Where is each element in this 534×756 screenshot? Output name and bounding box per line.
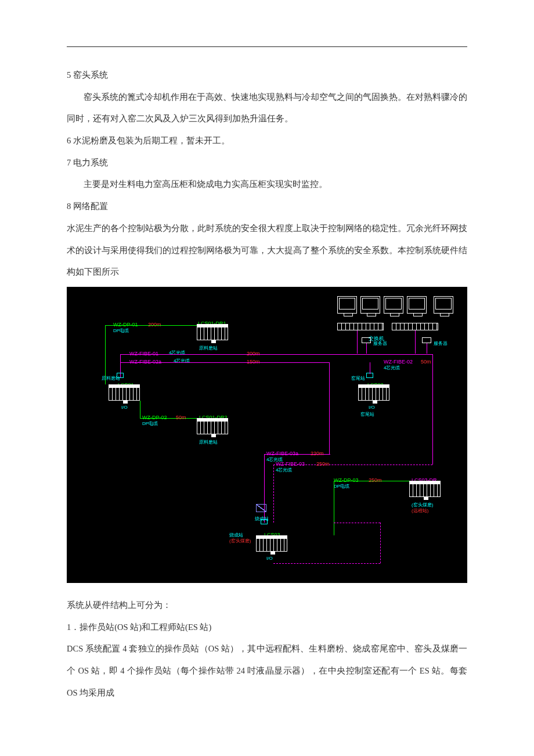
network-topology-diagram: 交换机 服务器 服务器 WZ-DP-01 200m DP电缆 LCS01-DR1… xyxy=(67,287,467,583)
section-7-heading: 7 电力系统 xyxy=(67,152,467,174)
rack-icon xyxy=(197,324,228,340)
server-label: 服务器 xyxy=(434,338,448,350)
monitor-icon xyxy=(337,296,357,314)
page-top-rule xyxy=(67,46,467,47)
label-dp02-len: 50m xyxy=(176,411,186,424)
monitor-icon xyxy=(360,296,380,314)
section-5-heading: 5 窑头系统 xyxy=(67,64,467,87)
converter-icon xyxy=(256,504,266,512)
server-label: 服务器 xyxy=(373,338,387,350)
label-remote: (远程站) xyxy=(412,505,428,517)
label-dp-cable: DP电缆 xyxy=(142,418,158,430)
label-kiln-back: 窑尾站 xyxy=(360,409,374,421)
section-8-body: 水泥生产的各个控制站极为分散，此时系统的安全很大程度上取决于控制网络的稳定性。冗… xyxy=(67,218,467,283)
rack-icon xyxy=(409,481,441,497)
monitor-icon xyxy=(384,296,403,314)
label-dp03-len: 250m xyxy=(369,474,382,487)
label-kiln-head: (窑头煤磨) xyxy=(229,535,251,548)
label-dp-cable: DP电缆 xyxy=(113,325,129,337)
label-fibe03-len: 250m xyxy=(316,458,330,471)
label-dp-cable: DP电缆 xyxy=(334,481,349,493)
server-icon xyxy=(362,337,371,343)
label-io: I/O xyxy=(266,553,273,565)
switch-icon xyxy=(337,323,384,330)
rack-lcs03 xyxy=(256,535,287,552)
rack-lcs02 xyxy=(358,384,389,401)
label-fibe02-len: 50m xyxy=(421,355,431,369)
section-7-body: 主要是对生料电力室高压柜和烧成电力实高压柜实现实时监控。 xyxy=(67,174,467,196)
section-6-heading: 6 水泥粉磨及包装为后期工程，暂未开工。 xyxy=(67,130,467,152)
label-raw-mill: 原料磨站 xyxy=(199,437,218,449)
post-diagram-p1: 系统从硬件结构上可分为： xyxy=(67,595,467,617)
rack-icon xyxy=(197,418,228,434)
post-diagram-p3: DCS 系统配置 4 套独立的操作员站（OS 站），其中远程配料、生料磨粉、烧成… xyxy=(67,638,467,704)
monitor-icon xyxy=(434,296,453,314)
post-diagram-p2: 1．操作员站(OS 站)和工程师站(ES 站) xyxy=(67,617,467,639)
monitor-icon xyxy=(407,296,427,314)
section-5-body: 窑头系统的篦式冷却机作用在于高效、快速地实现熟料与冷却空气之间的气固换热。在对熟… xyxy=(67,87,467,130)
label-raw-mill: 原料磨站 xyxy=(199,343,218,355)
label-kiln-back: 窑尾站 xyxy=(351,373,365,385)
label-fibe02-note: 4芯光缆 xyxy=(384,362,400,375)
section-8-heading: 8 网络配置 xyxy=(67,196,467,218)
label-fibe02a-note: 4芯光缆 xyxy=(174,355,190,368)
label-io: I/O xyxy=(121,402,128,414)
server-icon xyxy=(422,337,431,343)
rack-lcs01 xyxy=(109,384,140,401)
node-icon xyxy=(261,519,268,524)
switch-icon xyxy=(392,323,438,330)
label-fibe03-note: 4芯光缆 xyxy=(276,465,292,477)
